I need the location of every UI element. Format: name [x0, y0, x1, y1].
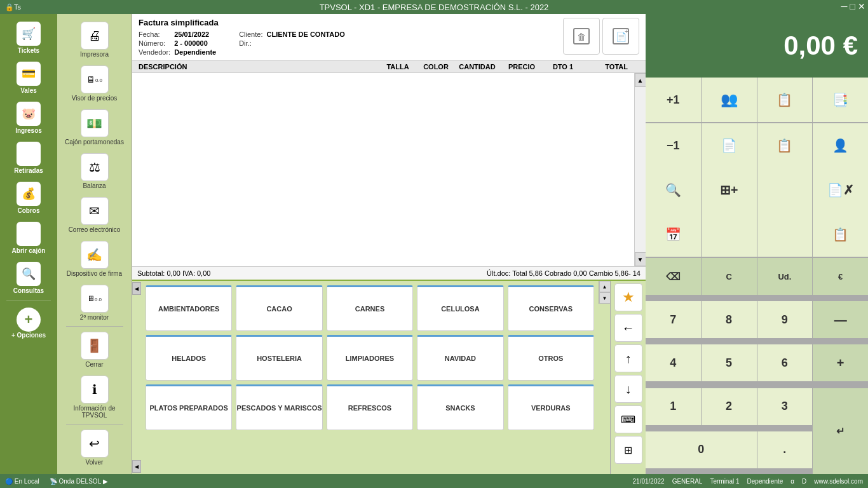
- grid-add-icon: ⊞+: [720, 182, 738, 198]
- sidebar-item-tickets[interactable]: 🛒 Tickets: [3, 19, 55, 57]
- lock-icon: 🔒: [5, 3, 14, 11]
- grid-btn[interactable]: ⊞: [614, 436, 642, 464]
- peripheral-correo[interactable]: ✉ Correo electrónico: [60, 193, 130, 237]
- down-btn[interactable]: ↓: [614, 375, 642, 403]
- consultas-icon: 🔍: [17, 262, 41, 286]
- btn-4[interactable]: 4: [646, 344, 701, 381]
- product-conservas[interactable]: CONSERVAS: [508, 285, 594, 331]
- dot-btn[interactable]: .: [757, 431, 813, 468]
- abrir-cajon-icon: ➡: [17, 222, 41, 246]
- sidebar-item-cobros[interactable]: 💰 Cobros: [3, 179, 55, 217]
- scroll-left-up[interactable]: ◀: [132, 282, 141, 295]
- product-hosteleria[interactable]: HOSTELERIA: [236, 335, 322, 381]
- product-verduras[interactable]: VERDURAS: [508, 384, 594, 430]
- btn-6[interactable]: 6: [757, 344, 813, 381]
- close-btn[interactable]: ✕: [858, 1, 865, 11]
- up-btn[interactable]: ↑: [614, 344, 642, 372]
- correo-label: Correo electrónico: [69, 226, 121, 233]
- maximize-btn[interactable]: □: [850, 1, 855, 11]
- favorite-btn[interactable]: ★: [614, 283, 642, 311]
- btn-8[interactable]: 8: [702, 301, 757, 338]
- product-platos-preparados[interactable]: PLATOS PREPARADOS: [146, 384, 232, 430]
- product-pescados-mariscos[interactable]: PESCADOS Y MARISCOS: [236, 384, 322, 430]
- person-btn[interactable]: 👤: [813, 123, 868, 168]
- doc1-btn[interactable]: 📋: [757, 78, 813, 122]
- tickets-icon: 🛒: [17, 22, 41, 46]
- product-navidad[interactable]: NAVIDAD: [417, 335, 503, 381]
- sidebar-item-consultas[interactable]: 🔍 Consultas: [3, 259, 55, 297]
- peripheral-impresora[interactable]: 🖨 Impresora: [60, 18, 130, 62]
- btn-9[interactable]: 9: [757, 301, 813, 338]
- btn-5[interactable]: 5: [702, 344, 757, 381]
- sidebar-item-abrir-cajon[interactable]: ➡ Abrir cajón: [3, 219, 55, 257]
- product-cacao[interactable]: CACAO: [236, 285, 322, 331]
- product-left-scroll[interactable]: ◀ ◀: [132, 281, 141, 474]
- grid-add-btn[interactable]: ⊞+: [702, 168, 757, 212]
- product-carnes[interactable]: CARNES: [327, 285, 413, 331]
- minus-btn[interactable]: —: [813, 301, 868, 338]
- product-snacks[interactable]: SNACKS: [417, 384, 503, 430]
- grid-scroll-down[interactable]: ▼: [599, 292, 611, 304]
- btn-3[interactable]: 3: [757, 388, 813, 425]
- ud-btn[interactable]: Ud.: [757, 258, 813, 295]
- plus-label: + Opciones: [11, 332, 46, 339]
- new-invoice-btn[interactable]: 📄+: [602, 18, 639, 55]
- doc5-btn[interactable]: 📋: [813, 212, 868, 257]
- peripheral-volver[interactable]: ↩ Volver: [60, 426, 130, 470]
- euro-btn[interactable]: €: [813, 258, 868, 295]
- keyboard-btn[interactable]: ⌨: [614, 405, 642, 433]
- plus-btn[interactable]: +: [813, 344, 868, 381]
- peripheral-info[interactable]: ℹ Información de TPVSOL: [60, 372, 130, 423]
- back-btn[interactable]: ←: [614, 314, 642, 342]
- scroll-up-btn[interactable]: ▲: [635, 73, 646, 87]
- scroll-left-down[interactable]: ◀: [132, 460, 141, 473]
- peripheral-balanza[interactable]: ⚖ Balanza: [60, 149, 130, 193]
- grid-scroll-up[interactable]: ▲: [599, 281, 611, 292]
- statusbar: 🔵 En Local 📡 Onda DELSOL ▶ 21/01/2022 GE…: [0, 474, 868, 488]
- peripheral-firma[interactable]: ✍ Dispositivo de firma: [60, 237, 130, 281]
- product-celulosa[interactable]: CELULOSA: [417, 285, 503, 331]
- product-helados[interactable]: HELADOS: [146, 335, 232, 381]
- clear-btn[interactable]: C: [702, 258, 757, 295]
- sidebar-item-retiradas[interactable]: 🏛 Retiradas: [3, 139, 55, 177]
- cobros-icon: 💰: [17, 182, 41, 206]
- minimize-btn[interactable]: ─: [841, 1, 848, 11]
- product-otros[interactable]: OTROS: [508, 335, 594, 381]
- plus1-btn[interactable]: +1: [646, 78, 701, 122]
- minus1-btn[interactable]: −1: [646, 123, 701, 168]
- calendar-btn[interactable]: 📅: [646, 212, 701, 257]
- delete-invoice-btn[interactable]: 🗑: [563, 18, 600, 55]
- peripheral-cajon[interactable]: 💵 Cajón portamonedas: [60, 105, 130, 149]
- peripheral-cerrar[interactable]: 🚪 Cerrar: [60, 328, 130, 372]
- search-btn[interactable]: 🔍: [646, 168, 701, 212]
- peripheral-monitor2[interactable]: 🖥0.0 2º monitor: [60, 281, 130, 325]
- btn-1[interactable]: 1: [646, 388, 701, 425]
- btn-2[interactable]: 2: [702, 388, 757, 425]
- window-controls[interactable]: ─ □ ✕: [841, 1, 865, 11]
- customers-btn[interactable]: 👥: [702, 78, 757, 122]
- doc4-btn[interactable]: 📋: [757, 123, 813, 168]
- invoice-actions: 🗑 📄+: [563, 18, 639, 55]
- backspace-btn[interactable]: ⌫: [646, 258, 701, 295]
- enter-btn[interactable]: ↵: [813, 388, 868, 474]
- invoice-header: Factura simplificada Fecha: 25/01/2022 C…: [132, 14, 646, 61]
- product-limpiadores[interactable]: LIMPIADORES: [327, 335, 413, 381]
- invoice-title: Factura simplificada: [139, 18, 563, 27]
- doc2-btn[interactable]: 📑: [813, 78, 868, 122]
- product-refrescos[interactable]: REFRESCOS: [327, 384, 413, 430]
- doc-x-btn[interactable]: 📄✗: [813, 168, 868, 212]
- peripheral-divider: [66, 326, 123, 327]
- sidebar-item-vales[interactable]: 💳 Vales: [3, 59, 55, 97]
- btn-0[interactable]: 0: [646, 431, 757, 468]
- status-terminal: Terminal 1: [710, 478, 739, 485]
- scroll-down-btn[interactable]: ▼: [635, 252, 646, 266]
- numpad-area: ⌫ C Ud. € 7 8 9 — 4 5 6 + 1 2 3 ↵ 0: [646, 258, 868, 474]
- sidebar-item-plus[interactable]: + + Opciones: [3, 305, 55, 341]
- table-scrollbar[interactable]: ▲ ▼: [634, 73, 646, 266]
- product-ambientadores[interactable]: AMBIENTADORES: [146, 285, 232, 331]
- doc3-icon: 📄: [721, 138, 737, 153]
- peripheral-visor[interactable]: 🖥0.0 Visor de precios: [60, 62, 130, 105]
- doc3-btn[interactable]: 📄: [702, 123, 757, 168]
- btn-7[interactable]: 7: [646, 301, 701, 338]
- sidebar-item-ingresos[interactable]: 🐷 Ingresos: [3, 99, 55, 137]
